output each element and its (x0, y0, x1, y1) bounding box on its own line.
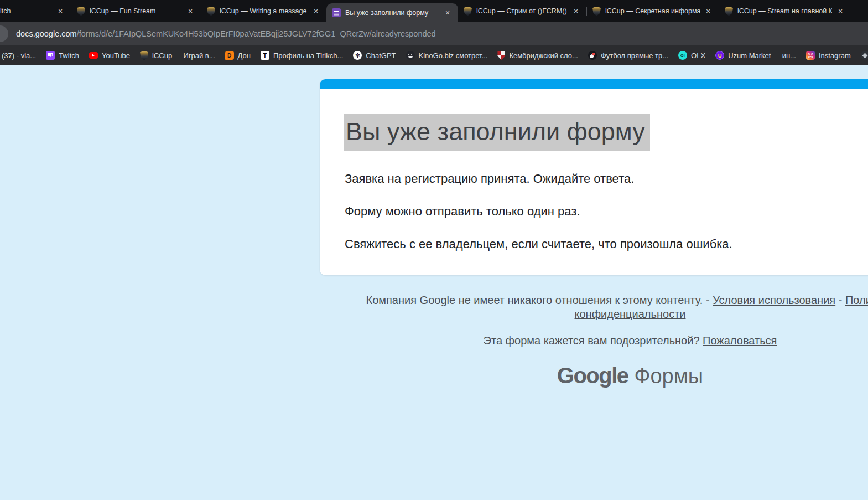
bookmark-donationalerts[interactable]: D Дон (225, 51, 251, 60)
tab-iccup-fun-stream[interactable]: iCCup — Fun Stream ✕ (71, 0, 201, 22)
bookmark-kinogo[interactable]: KinoGo.biz смотрет... (406, 51, 488, 60)
bookmark-tirikchilik-profile[interactable]: T Профиль на Tirikch... (261, 51, 343, 60)
report-abuse-link[interactable]: Пожаловаться (703, 334, 777, 347)
close-icon[interactable]: ✕ (55, 6, 65, 16)
form-response-card: Вы уже заполнили форму Заявка на регистр… (320, 79, 868, 275)
donationalerts-icon: D (225, 51, 234, 60)
tab-title: Вы уже заполнили форму (345, 9, 439, 17)
bookmark-instagram[interactable]: Instagram (806, 51, 851, 60)
t-letter-icon: T (261, 51, 269, 60)
bookmark-math-course[interactable]: Математика с нул... (861, 51, 868, 60)
report-row: Эта форма кажется вам подозрительной? По… (320, 334, 868, 348)
form-title: Вы уже заполнили форму (344, 114, 650, 151)
kinogo-icon (406, 51, 415, 60)
tab-title: iCCup — Стрим от ()FCRM() (476, 7, 568, 15)
tab-twitch[interactable]: itch ✕ (0, 0, 71, 22)
youtube-icon (89, 52, 98, 59)
chatgpt-icon: ✻ (353, 51, 362, 60)
iccup-favicon-icon (464, 7, 472, 16)
football-icon (588, 51, 597, 60)
tab-title: iCCup — Секретная информаци (605, 7, 700, 15)
form-footer: Компания Google не имеет никакого отноше… (320, 293, 868, 348)
close-icon[interactable]: ✕ (703, 6, 713, 16)
google-forms-logo: Google Формы (320, 363, 868, 388)
instagram-icon (806, 51, 815, 60)
google-disclaimer: Компания Google не имеет никакого отноше… (320, 293, 868, 321)
tab-iccup-stream[interactable]: iCCup — Стрим от ()FCRM() ✕ (458, 0, 586, 22)
site-info-button[interactable] (0, 25, 8, 42)
bookmark-youtube[interactable]: YouTube (89, 51, 130, 60)
form-accent-bar (320, 79, 868, 89)
form-paragraph: Заявка на регистрацию принята. Ожидайте … (345, 172, 634, 186)
iccup-favicon-icon (592, 7, 601, 16)
form-paragraph: Свяжитесь с ее владельцем, если считаете… (345, 237, 732, 251)
disclaimer-separator: - (839, 294, 843, 306)
bookmark-olx[interactable]: OI OLX (678, 51, 705, 60)
tab-title: iCCup — Writing a message for (220, 7, 308, 15)
close-icon[interactable]: ✕ (571, 6, 581, 16)
iccup-favicon-icon (77, 7, 85, 16)
close-icon[interactable]: ✕ (835, 6, 845, 16)
math-sphere-icon (861, 51, 868, 60)
bookmark-cambridge-dictionary[interactable]: Кембриджский сло... (497, 51, 578, 60)
tab-iccup-writing-message[interactable]: iCCup — Writing a message for ✕ (201, 0, 326, 22)
tab-iccup-stream-main[interactable]: iCCup — Stream на главной iC ✕ (719, 0, 851, 22)
cambridge-shield-icon (497, 51, 505, 60)
tab-bar: itch ✕ iCCup — Fun Stream ✕ iCCup — Writ… (0, 0, 868, 22)
bookmarks-bar: (37) - vla... Twitch YouTube iCCup — Игр… (0, 45, 868, 65)
iccup-icon (140, 51, 148, 60)
page-content: Вы уже заполнили форму Заявка на регистр… (0, 65, 868, 500)
close-icon[interactable]: ✕ (443, 8, 453, 18)
tab-google-forms-active[interactable]: Вы уже заполнили форму ✕ (326, 3, 458, 22)
tab-separator (851, 7, 851, 16)
url-path: /forms/d/e/1FAIpQLSemKUKo4H53bQIpErFI0pa… (77, 29, 436, 38)
form-paragraph: Форму можно отправить только один раз. (345, 204, 580, 219)
disclaimer-text: Компания Google не имеет никакого отноше… (366, 294, 710, 306)
browser-window: itch ✕ iCCup — Fun Stream ✕ iCCup — Writ… (0, 0, 868, 500)
twitch-icon (46, 51, 55, 60)
tab-title: iCCup — Fun Stream (90, 7, 182, 15)
tab-iccup-secret-info[interactable]: iCCup — Секретная информаци ✕ (587, 0, 719, 22)
address-toolbar: docs.google.com/forms/d/e/1FAIpQLSemKUKo… (0, 22, 868, 45)
bookmark-twitch[interactable]: Twitch (46, 51, 79, 60)
forms-wordmark: Формы (635, 364, 704, 388)
close-icon[interactable]: ✕ (185, 6, 195, 16)
uzum-icon: U (715, 51, 724, 60)
address-bar[interactable]: docs.google.com/forms/d/e/1FAIpQLSemKUKo… (16, 22, 862, 45)
iccup-favicon-icon (725, 7, 733, 16)
terms-of-use-link[interactable]: Условия использования (713, 294, 835, 306)
tab-title: iCCup — Stream на главной iC (737, 7, 832, 15)
bookmark-uzum-market[interactable]: U Uzum Market — ин... (715, 51, 796, 60)
bookmark-chatgpt[interactable]: ✻ ChatGPT (353, 51, 396, 60)
url-host: docs.google.com (16, 29, 77, 38)
bookmark-iccup[interactable]: iCCup — Играй в... (140, 51, 215, 60)
bookmark-football-streams[interactable]: Футбол прямые тр... (588, 51, 668, 60)
olx-icon: OI (678, 51, 687, 60)
google-wordmark: Google (557, 363, 628, 388)
google-forms-favicon-icon (332, 8, 341, 17)
report-question: Эта форма кажется вам подозрительной? (484, 334, 700, 347)
bookmark-vla[interactable]: (37) - vla... (2, 51, 36, 60)
iccup-favicon-icon (207, 7, 215, 16)
close-icon[interactable]: ✕ (311, 6, 321, 16)
tab-title: itch (0, 7, 52, 15)
